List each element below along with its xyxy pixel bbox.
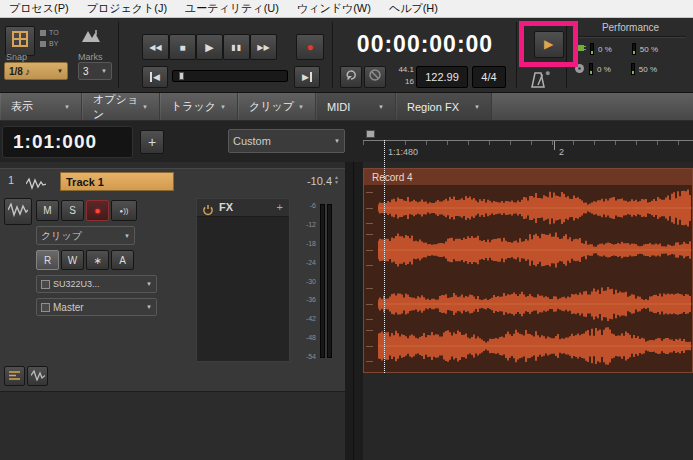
automation-a-button[interactable]: A: [111, 250, 134, 270]
track-type-waveform-icon: [26, 176, 46, 194]
performance-disk-row: 0 % 50 %: [574, 61, 692, 77]
automation-label: A: [119, 255, 126, 266]
output-icon: [41, 303, 50, 312]
tab-label: クリップ: [249, 99, 294, 114]
clip-body[interactable]: [364, 185, 692, 372]
play-icon: ▶: [205, 41, 213, 54]
time-ruler[interactable]: 1:1:480 2: [363, 140, 693, 162]
clips-dropdown[interactable]: クリップ ▼: [36, 226, 135, 245]
rte-button[interactable]: ▶: [294, 66, 320, 88]
fast-forward-button[interactable]: ▶▶: [250, 34, 277, 60]
track-volume-display[interactable]: -10.4: [294, 175, 332, 187]
time-display-value: 00:00:00:00: [357, 31, 493, 58]
measure-2-tick: [554, 141, 555, 150]
mute-button[interactable]: M: [36, 200, 59, 221]
record-arm-icon: ●: [94, 205, 100, 216]
menu-tab-regionfx[interactable]: Region FX ▼: [396, 93, 492, 120]
rewind-button[interactable]: ◀◀: [142, 34, 169, 60]
audio-clip[interactable]: Record 4: [363, 168, 693, 373]
fx-add-button[interactable]: +: [277, 201, 283, 213]
snap-by-toggle[interactable]: BY: [40, 40, 58, 47]
rtz-arrow-icon: ◀: [153, 72, 160, 82]
tempo-display[interactable]: 122.99: [416, 66, 468, 88]
now-time-display[interactable]: 1:01:000: [2, 126, 133, 158]
rtz-button[interactable]: ◀: [142, 66, 168, 88]
now-marker-handle[interactable]: [366, 130, 375, 138]
cpu-left-value: 0 %: [598, 45, 612, 54]
punch-disabled-button[interactable]: [364, 66, 386, 88]
playhead-cursor[interactable]: [384, 140, 385, 373]
marks-count-selector[interactable]: 3 ▼: [78, 62, 112, 80]
lens-selector[interactable]: Custom ▼: [228, 129, 345, 153]
track-manager-button[interactable]: [4, 366, 25, 386]
pause-button[interactable]: ▮▮: [223, 34, 250, 60]
input-value: SU322U3...: [53, 279, 100, 289]
menu-tab-view[interactable]: 表示 ▼: [0, 93, 82, 120]
record-icon: ●: [306, 40, 313, 54]
waveform-graphic: [378, 230, 692, 270]
automation-offset-button[interactable]: ∗: [86, 250, 109, 270]
record-button[interactable]: ●: [296, 34, 324, 60]
menu-tab-track[interactable]: トラック ▼: [160, 93, 238, 120]
no-entry-icon: [368, 68, 382, 86]
pause-icon: ▮▮: [231, 43, 242, 52]
cpu-meter-bar: [590, 43, 594, 55]
menu-process[interactable]: プロセス(P): [0, 0, 78, 17]
waveform-lane-4[interactable]: [364, 326, 692, 366]
menu-tab-options[interactable]: オプション ▼: [82, 93, 160, 120]
snap-resolution-selector[interactable]: 1/8 ♪ ▼: [4, 62, 68, 80]
menu-tab-midi[interactable]: MIDI ▼: [316, 93, 396, 120]
position-slider-handle[interactable]: [179, 72, 184, 80]
stop-button[interactable]: ■: [169, 34, 196, 60]
clip-header[interactable]: Record 4: [364, 169, 692, 185]
time-display[interactable]: 00:00:00:00: [336, 28, 514, 60]
automation-write-button[interactable]: W: [61, 250, 84, 270]
disk-right-value: 50 %: [639, 65, 657, 74]
format-display[interactable]: 44.1 16: [390, 64, 414, 88]
menu-project[interactable]: プロジェクト(J): [78, 0, 176, 17]
fx-bin[interactable]: FX +: [196, 198, 290, 362]
add-track-button[interactable]: +: [140, 130, 164, 154]
input-echo-arcs-icon: )): [123, 206, 128, 215]
input-echo-button[interactable]: ● )): [111, 200, 137, 221]
bitdepth-value: 16: [390, 76, 414, 88]
plus-icon: +: [148, 134, 156, 150]
performance-cpu-row: 0 % 50 %: [574, 41, 692, 57]
waveform-lane-2[interactable]: [364, 230, 692, 270]
solo-button[interactable]: S: [61, 200, 84, 221]
timesig-display[interactable]: 4/4: [472, 66, 506, 88]
fx-power-icon[interactable]: [202, 202, 214, 220]
output-selector[interactable]: Master ▼: [36, 298, 157, 316]
track-name-field[interactable]: Track 1: [60, 172, 174, 191]
position-slider[interactable]: [172, 70, 288, 82]
samplerate-value: 44.1: [390, 64, 414, 76]
cpu-right-value: 50 %: [640, 45, 658, 54]
track-icon-button[interactable]: [4, 198, 32, 225]
menu-help[interactable]: ヘルプ(H): [380, 0, 447, 17]
automation-read-button[interactable]: R: [36, 250, 59, 270]
fx-label: FX: [219, 201, 233, 213]
play-button[interactable]: ▶: [196, 34, 223, 60]
waveform-view-icon: [31, 367, 45, 385]
waveform-lane-3[interactable]: [364, 284, 692, 324]
loop-button[interactable]: [340, 66, 362, 88]
chevron-down-icon: ▼: [101, 68, 107, 74]
main-play-button[interactable]: ▶: [534, 31, 564, 58]
pane-splitter[interactable]: [345, 162, 363, 460]
menu-tab-clip[interactable]: クリップ ▼: [238, 93, 316, 120]
daw-window: プロセス(P) プロジェクト(J) ユーティリティ(U) ウィンドウ(W) ヘル…: [0, 0, 693, 460]
menu-utility[interactable]: ユーティリティ(U): [176, 0, 288, 17]
menu-window[interactable]: ウィンドウ(W): [288, 0, 380, 17]
snap-to-label: TO: [49, 29, 59, 36]
marks-module-button[interactable]: [80, 27, 104, 48]
volume-spinner[interactable]: ▲ ▼: [334, 175, 339, 185]
metronome-button[interactable]: [528, 71, 548, 93]
input-icon: [41, 280, 50, 289]
waveform-view-button[interactable]: [27, 366, 48, 386]
snap-to-toggle[interactable]: TO: [40, 29, 59, 36]
chevron-down-icon: ▼: [124, 233, 130, 239]
input-selector[interactable]: SU322U3... ▼: [36, 275, 157, 293]
snap-value: 1/8: [9, 66, 23, 77]
record-arm-button[interactable]: ●: [86, 200, 109, 221]
waveform-lane-1[interactable]: [364, 188, 692, 228]
